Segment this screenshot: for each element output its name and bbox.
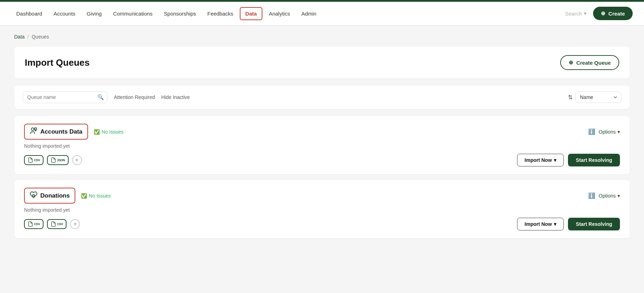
json-icon-accounts[interactable]: JSON	[47, 155, 69, 165]
start-resolving-label-donations: Start Resolving	[576, 221, 612, 227]
queue-actions-donations: Import Now ▾ Start Resolving	[517, 218, 620, 230]
nav-item-accounts[interactable]: Accounts	[48, 8, 80, 19]
create-queue-button[interactable]: ⊕ Create Queue	[560, 55, 619, 70]
queue-card-left-donations: Donations ✅ No Issues	[24, 188, 111, 204]
info-icon-accounts: ℹ️	[588, 128, 595, 135]
import-now-label-accounts: Import Now	[524, 157, 552, 163]
queue-card-donations: Donations ✅ No Issues ℹ️ Options ▾ Nothi…	[14, 180, 630, 238]
queue-card-accounts-data: Accounts Data ✅ No Issues ℹ️ Options ▾ N…	[14, 116, 630, 174]
nav-item-sponsorships[interactable]: Sponsorships	[159, 8, 201, 19]
chevron-down-icon-donations: ▾	[617, 193, 620, 199]
queue-name-donations: Donations	[40, 192, 70, 199]
nav-links: Dashboard Accounts Giving Communications…	[11, 7, 321, 20]
queue-card-left: Accounts Data ✅ No Issues	[24, 124, 123, 140]
sort-select[interactable]: Name Date Created Last Updated	[575, 92, 621, 103]
check-circle-icon-accounts: ✅	[94, 129, 100, 135]
attention-required-filter[interactable]: Attention Required	[114, 94, 155, 100]
no-issues-label-donations: No Issues	[89, 193, 111, 199]
chevron-down-icon-import-donations: ▾	[554, 221, 556, 227]
queue-footer-donations: CSV CSV + Import Now ▾ Start Resolving	[24, 218, 620, 230]
breadcrumb-current: Queues	[31, 34, 49, 40]
queue-footer-accounts: CSV JSON + Import Now ▾ Start Resolving	[24, 154, 620, 166]
create-button[interactable]: ⊕ Create	[593, 7, 633, 20]
check-circle-icon-donations: ✅	[81, 193, 87, 199]
queue-card-right-donations: ℹ️ Options ▾	[588, 192, 620, 199]
no-issues-badge-accounts: ✅ No Issues	[94, 129, 123, 135]
options-label-accounts: Options	[599, 129, 616, 135]
csv-icon-accounts[interactable]: CSV	[24, 155, 43, 165]
search-label: Search	[565, 11, 582, 17]
import-now-label-donations: Import Now	[524, 221, 552, 227]
no-issues-label-accounts: No Issues	[101, 129, 123, 135]
start-resolving-button-accounts[interactable]: Start Resolving	[568, 154, 620, 166]
svg-point-0	[31, 128, 34, 130]
queue-search-input[interactable]	[23, 91, 108, 103]
queue-search-wrap: 🔍	[23, 91, 108, 103]
chevron-down-icon: ▾	[584, 10, 587, 17]
breadcrumb: Data / Queues	[14, 34, 630, 40]
info-icon-donations: ℹ️	[588, 192, 595, 199]
plus-icon: ⊕	[601, 10, 605, 17]
search-icon: 🔍	[97, 94, 104, 100]
hide-inactive-filter[interactable]: Hide Inactive	[161, 94, 190, 100]
create-queue-label: Create Queue	[576, 60, 611, 66]
start-resolving-label-accounts: Start Resolving	[576, 157, 612, 163]
add-file-button-donations[interactable]: +	[70, 219, 80, 229]
create-label: Create	[608, 11, 625, 17]
import-now-button-accounts[interactable]: Import Now ▾	[517, 154, 564, 166]
filter-bar: 🔍 Attention Required Hide Inactive ⇅ Nam…	[14, 86, 630, 109]
page-title: Import Queues	[25, 57, 89, 68]
nav-item-feedbacks[interactable]: Feedbacks	[202, 8, 238, 19]
queue-card-header: Accounts Data ✅ No Issues ℹ️ Options ▾	[24, 124, 620, 140]
file-icons-accounts: CSV JSON +	[24, 155, 82, 165]
options-label-donations: Options	[599, 193, 616, 199]
svg-rect-2	[33, 195, 35, 197]
chevron-down-icon-accounts: ▾	[617, 129, 620, 135]
top-navigation: Dashboard Accounts Giving Communications…	[0, 0, 644, 25]
accounts-data-icon	[30, 127, 37, 136]
options-button-accounts[interactable]: Options ▾	[599, 129, 620, 135]
breadcrumb-parent[interactable]: Data	[14, 34, 25, 40]
nothing-imported-donations: Nothing imported yet	[24, 207, 620, 213]
add-file-button-accounts[interactable]: +	[72, 155, 82, 165]
queue-name-badge-donations: Donations	[24, 188, 75, 204]
queue-actions-accounts: Import Now ▾ Start Resolving	[517, 154, 620, 166]
donations-icon	[30, 191, 37, 200]
sort-icon: ⇅	[568, 94, 573, 101]
queue-name-accounts: Accounts Data	[40, 128, 82, 135]
nav-item-analytics[interactable]: Analytics	[264, 8, 295, 19]
nav-item-admin[interactable]: Admin	[296, 8, 321, 19]
csv-icon-donations-1[interactable]: CSV	[24, 219, 43, 229]
queue-card-header-donations: Donations ✅ No Issues ℹ️ Options ▾	[24, 188, 620, 204]
nothing-imported-accounts: Nothing imported yet	[24, 143, 620, 149]
search-button[interactable]: Search ▾	[562, 8, 591, 19]
nav-item-data[interactable]: Data	[240, 7, 263, 20]
csv-icon-donations-2[interactable]: CSV	[47, 219, 66, 229]
start-resolving-button-donations[interactable]: Start Resolving	[568, 218, 620, 230]
breadcrumb-separator: /	[28, 34, 29, 40]
file-icons-donations: CSV CSV +	[24, 219, 80, 229]
import-now-button-donations[interactable]: Import Now ▾	[517, 218, 564, 230]
nav-item-communications[interactable]: Communications	[108, 8, 158, 19]
nav-item-dashboard[interactable]: Dashboard	[11, 8, 47, 19]
chevron-down-icon-import-accounts: ▾	[554, 157, 556, 163]
nav-item-giving[interactable]: Giving	[82, 8, 107, 19]
sort-wrap: ⇅ Name Date Created Last Updated	[568, 92, 621, 103]
main-content: Data / Queues Import Queues ⊕ Create Que…	[0, 25, 644, 252]
no-issues-badge-donations: ✅ No Issues	[81, 193, 111, 199]
page-header: Import Queues ⊕ Create Queue	[14, 47, 630, 78]
queue-card-right-accounts: ℹ️ Options ▾	[588, 128, 620, 135]
queue-name-badge-accounts: Accounts Data	[24, 124, 88, 140]
plus-circle-icon: ⊕	[569, 59, 573, 66]
options-button-donations[interactable]: Options ▾	[599, 193, 620, 199]
